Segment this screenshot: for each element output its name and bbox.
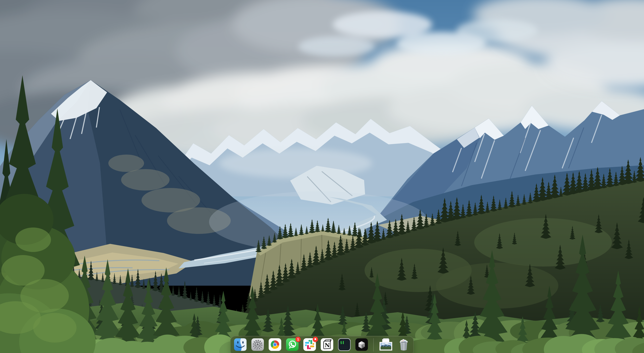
dock-separator [373,338,374,351]
dock-item-terminal[interactable]: $ [338,338,351,351]
dock-item-whatsapp[interactable]: 1 [286,338,299,351]
dock-item-trash[interactable] [397,338,410,351]
notion-icon: N [321,338,333,351]
svg-text:N: N [325,342,330,348]
dock-item-cursor[interactable] [355,338,368,351]
dock: 1 • N $ [230,336,414,353]
desktop: 1 • N $ [0,0,644,353]
chrome-icon [269,338,281,351]
whatsapp-notification-badge: 1 [295,337,301,342]
gear-icon [251,338,264,351]
image-file-stack-icon [379,338,393,351]
terminal-icon: $ [338,338,351,351]
dock-item-chrome[interactable] [269,338,281,351]
dock-item-screenshot-stack[interactable] [379,338,393,351]
dock-item-slack[interactable]: • [303,338,316,351]
finder-face-icon [234,338,247,351]
svg-text:$: $ [340,341,342,345]
wallpaper-mountain-landscape [0,0,644,353]
cursor-cube-icon [355,338,368,351]
dock-item-system-settings[interactable] [251,338,264,351]
slack-notification-badge: • [313,337,318,342]
dock-item-notion[interactable]: N [321,338,333,351]
trash-full-icon [397,338,410,351]
dock-item-finder[interactable] [234,338,247,351]
